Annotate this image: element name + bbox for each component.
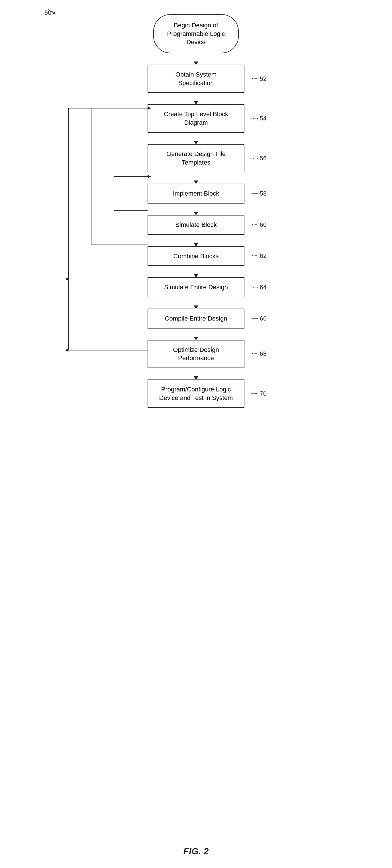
step-70-box: Program/Configure LogicDevice and Test i… [148, 379, 244, 408]
step-66-box: Compile Entire Design ~~66 [148, 309, 244, 329]
arrow-10 [196, 368, 196, 379]
step-70-label: Program/Configure LogicDevice and Test i… [159, 386, 233, 401]
step-64-label: Simulate Entire Design [164, 283, 228, 291]
step-52-label: Obtain SystemSpecification [176, 71, 216, 87]
step-56-number: ~~56 [251, 154, 267, 162]
start-oval: Begin Design ofProgrammable LogicDevice [153, 14, 239, 53]
arrow-8 [196, 297, 196, 309]
step-58-box: Implement Block ~~58 [148, 184, 244, 204]
step-56-box: Generate Design FileTemplates ~~56 [148, 144, 244, 172]
step-54-label: Create Top Level BlockDiagram [164, 111, 228, 126]
step-56-label: Generate Design FileTemplates [167, 150, 225, 166]
svg-marker-10 [65, 277, 68, 281]
step-54-number: ~~54 [251, 114, 267, 123]
step-64-box: Simulate Entire Design ~~64 [148, 277, 244, 297]
step-54-row: Create Top Level BlockDiagram ~~54 [136, 104, 256, 132]
start-label: Begin Design ofProgrammable LogicDevice [167, 22, 225, 45]
step-58-label: Implement Block [173, 190, 219, 197]
diagram-container: 50 Begin Design ofProgrammable LogicDevi… [0, 0, 392, 868]
step-68-box: Optimize DesignPerformance ~~68 [148, 340, 244, 368]
arrow-1 [196, 53, 196, 65]
step-60-number: ~~60 [251, 221, 267, 229]
step-52-number: ~~52 [251, 74, 267, 83]
step-66-row: Compile Entire Design ~~66 [136, 309, 256, 329]
step-62-label: Combine Blocks [174, 252, 219, 260]
figure-caption: FIG. 2 [183, 846, 209, 857]
step-58-row: Implement Block ~~58 [136, 184, 256, 204]
step-70-row: Program/Configure LogicDevice and Test i… [136, 379, 256, 408]
step-66-label: Compile Entire Design [165, 315, 227, 322]
step-60-row: Simulate Block ~~60 [136, 215, 256, 235]
step-56-row: Generate Design FileTemplates ~~56 [136, 144, 256, 172]
step-64-number: ~~64 [251, 283, 267, 291]
step-60-box: Simulate Block ~~60 [148, 215, 244, 235]
step-52-box: Obtain SystemSpecification ~~52 [148, 65, 244, 93]
step-62-row: Combine Blocks ~~62 [136, 246, 256, 266]
svg-marker-12 [65, 348, 68, 352]
step-54-box: Create Top Level BlockDiagram ~~54 [148, 104, 244, 132]
arrow-7 [196, 266, 196, 277]
step-52-row: Obtain SystemSpecification ~~52 [136, 65, 256, 93]
step-68-row: Optimize DesignPerformance ~~68 [136, 340, 256, 368]
step-58-number: ~~58 [251, 189, 267, 198]
start-node: Begin Design ofProgrammable LogicDevice [136, 14, 256, 53]
arrow-6 [196, 235, 196, 246]
step-68-number: ~~68 [251, 349, 267, 358]
arrow-2 [196, 93, 196, 104]
arrow-4 [196, 172, 196, 184]
svg-marker-0 [53, 11, 56, 15]
step-62-box: Combine Blocks ~~62 [148, 246, 244, 266]
step-60-label: Simulate Block [175, 221, 217, 228]
step-62-number: ~~62 [251, 252, 267, 260]
diagram-label-50: 50 [44, 9, 51, 17]
arrow-3 [196, 133, 196, 144]
step-64-row: Simulate Entire Design ~~64 [136, 277, 256, 297]
step-70-number: ~~70 [251, 390, 267, 398]
arrow-5 [196, 204, 196, 215]
step-66-number: ~~66 [251, 314, 267, 323]
arrow-9 [196, 329, 196, 340]
step-68-label: Optimize DesignPerformance [173, 346, 219, 362]
